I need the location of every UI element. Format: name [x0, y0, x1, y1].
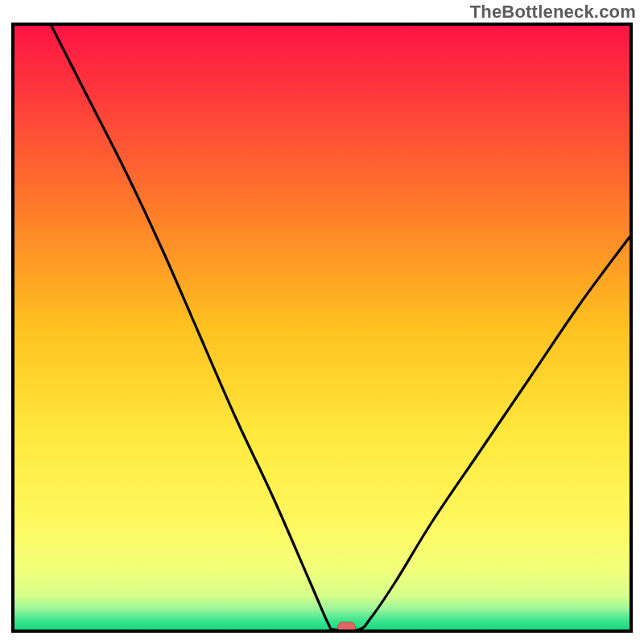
gradient-background — [14, 26, 630, 630]
optimal-marker — [338, 622, 356, 630]
chart-svg — [14, 26, 630, 630]
plot-area — [11, 23, 633, 633]
chart-container: TheBottleneck.com — [0, 0, 644, 644]
watermark-text: TheBottleneck.com — [470, 2, 636, 23]
